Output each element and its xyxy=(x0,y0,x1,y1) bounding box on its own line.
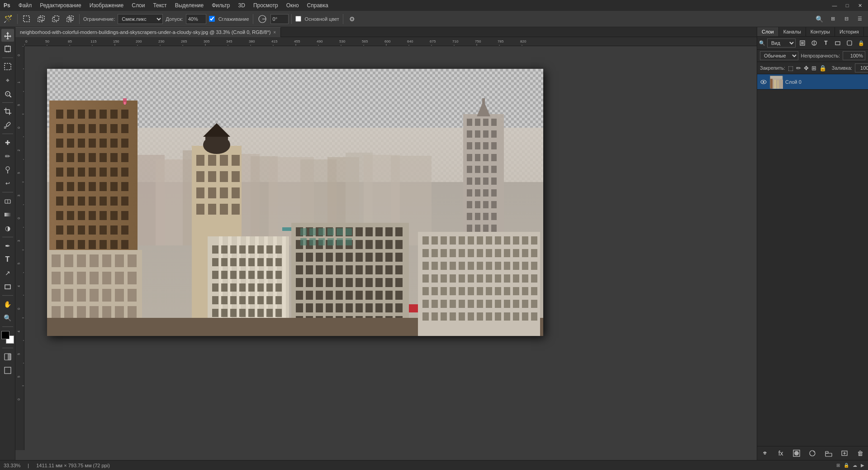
workspace-menu-btn[interactable]: ☰ xyxy=(854,13,866,25)
dodge-tool[interactable]: ◑ xyxy=(1,222,14,235)
quick-select-tool[interactable]: + xyxy=(1,87,14,100)
lock-transparent-btn[interactable]: ⬚ xyxy=(788,63,793,72)
pen-tool[interactable]: ✒ xyxy=(1,240,14,252)
type-tool[interactable]: T xyxy=(1,253,14,266)
canvas-tab[interactable]: neighborhood-with-colorful-modern-buildi… xyxy=(15,27,281,37)
screen-mode-icon xyxy=(4,367,11,374)
restriction-select[interactable]: Смеж.пикс xyxy=(118,14,163,24)
menu-text[interactable]: Текст xyxy=(149,1,170,10)
menu-window[interactable]: Окно xyxy=(283,1,303,10)
tab-history[interactable]: История xyxy=(835,27,864,36)
gradient-tool[interactable] xyxy=(1,208,14,221)
intersect-selection-btn[interactable] xyxy=(64,13,76,25)
quick-mask-btn[interactable] xyxy=(1,350,14,363)
link-layers-btn[interactable] xyxy=(760,448,770,458)
move-tool[interactable] xyxy=(1,29,14,42)
lock-position-btn[interactable]: ✥ xyxy=(804,63,809,72)
svg-rect-136 xyxy=(56,124,63,133)
svg-rect-559 xyxy=(495,312,501,321)
menu-help[interactable]: Справка xyxy=(304,1,332,10)
opacity-label: Непрозрачность: xyxy=(801,53,840,58)
filter-pixel-btn[interactable] xyxy=(797,38,807,48)
filter-kind-select[interactable]: Вид xyxy=(767,38,796,48)
arrange-btn[interactable]: ⊟ xyxy=(840,13,853,25)
menu-view[interactable]: Просмотр xyxy=(250,1,282,10)
menu-image[interactable]: Изображение xyxy=(86,1,128,10)
filter-text-btn[interactable]: T xyxy=(821,38,831,48)
tolerance-input[interactable] xyxy=(186,14,206,24)
maximize-button[interactable]: □ xyxy=(841,0,854,11)
blend-mode-select[interactable]: Обычные xyxy=(760,51,798,60)
filter-lock-btn[interactable]: 🔒 xyxy=(856,38,866,48)
svg-text:415: 415 xyxy=(271,39,278,43)
shape-tool[interactable] xyxy=(1,280,14,293)
search-btn[interactable]: 🔍 xyxy=(813,13,825,25)
tab-layers[interactable]: Слои xyxy=(757,27,779,36)
close-tab-btn[interactable]: × xyxy=(273,30,276,35)
delete-layer-btn[interactable]: 🗑 xyxy=(855,448,865,458)
zoom-tool[interactable]: 🔍 xyxy=(1,312,14,324)
eraser-tool[interactable] xyxy=(1,195,14,207)
svg-rect-560 xyxy=(504,312,510,321)
layer-visibility-0[interactable] xyxy=(760,78,767,86)
menu-filter[interactable]: Фильтр xyxy=(208,1,233,10)
svg-rect-233 xyxy=(232,171,240,182)
canvas-workspace[interactable] xyxy=(24,46,757,450)
svg-rect-355 xyxy=(212,296,218,304)
brush-tool[interactable]: ✏ xyxy=(1,150,14,163)
path-select-tool[interactable]: ↗ xyxy=(1,267,14,279)
active-tool-btn[interactable]: 🪄 xyxy=(2,13,14,25)
subtract-selection-btn[interactable] xyxy=(49,13,62,25)
svg-rect-246 xyxy=(475,119,480,126)
angle-input[interactable] xyxy=(270,14,289,24)
add-group-btn[interactable] xyxy=(824,448,834,458)
smart-filter-icon xyxy=(846,40,853,46)
svg-rect-495 xyxy=(504,249,510,257)
screen-mode-btn[interactable] xyxy=(1,364,14,377)
menu-select[interactable]: Выделение xyxy=(171,1,208,10)
sample-all-layers-checkbox[interactable] xyxy=(295,16,301,22)
svg-rect-339 xyxy=(212,271,218,279)
clone-stamp-tool[interactable] xyxy=(1,163,14,176)
close-button[interactable]: ✕ xyxy=(854,0,866,11)
crop-tool[interactable] xyxy=(1,105,14,118)
add-style-btn[interactable]: fx xyxy=(776,448,786,458)
opacity-input[interactable] xyxy=(843,51,865,60)
lasso-tool[interactable]: ⌖ xyxy=(1,74,14,86)
svg-text:5: 5 xyxy=(17,263,20,264)
eyedropper-tool[interactable] xyxy=(1,119,14,131)
menu-3d[interactable]: 3D xyxy=(235,1,249,10)
foreground-color[interactable] xyxy=(1,331,9,339)
select-subject-btn[interactable]: ⚙ xyxy=(346,13,359,25)
svg-rect-429 xyxy=(346,278,353,287)
filter-adjustment-btn[interactable] xyxy=(809,38,819,48)
artboard-tool[interactable] xyxy=(1,43,14,55)
anti-alias-checkbox[interactable] xyxy=(209,16,215,22)
menu-layers[interactable]: Слои xyxy=(128,1,148,10)
new-selection-btn[interactable] xyxy=(20,13,33,25)
hand-tool[interactable]: ✋ xyxy=(1,298,14,311)
workspace-btn[interactable]: ⊞ xyxy=(826,13,839,25)
add-layer-btn[interactable] xyxy=(840,448,849,458)
svg-rect-389 xyxy=(385,227,393,236)
lock-all-btn[interactable]: 🔒 xyxy=(819,63,826,72)
filter-shape-btn[interactable] xyxy=(833,38,843,48)
menu-edit[interactable]: Редактирование xyxy=(36,1,85,10)
add-mask-btn[interactable] xyxy=(792,448,802,458)
lock-artboard-btn[interactable]: ⊞ xyxy=(811,63,816,72)
menu-file[interactable]: Файл xyxy=(15,1,36,10)
add-selection-btn[interactable] xyxy=(35,13,47,25)
minimize-button[interactable]: — xyxy=(828,0,841,11)
tab-channels[interactable]: Каналы xyxy=(779,27,806,36)
heal-tool[interactable]: ✚ xyxy=(1,136,14,149)
tab-actions[interactable]: Операции xyxy=(864,27,868,36)
history-brush-tool[interactable]: ↩ xyxy=(1,177,14,190)
layer-item-0[interactable]: Слой 0 xyxy=(757,74,868,90)
lock-image-btn[interactable]: ✏ xyxy=(796,63,801,72)
tab-paths[interactable]: Контуры xyxy=(806,27,835,36)
marquee-tool[interactable] xyxy=(1,60,14,73)
fill-input[interactable] xyxy=(855,63,868,72)
add-adjustment-btn[interactable] xyxy=(807,448,817,458)
filter-smart-btn[interactable] xyxy=(844,38,854,48)
svg-rect-533 xyxy=(495,287,501,295)
